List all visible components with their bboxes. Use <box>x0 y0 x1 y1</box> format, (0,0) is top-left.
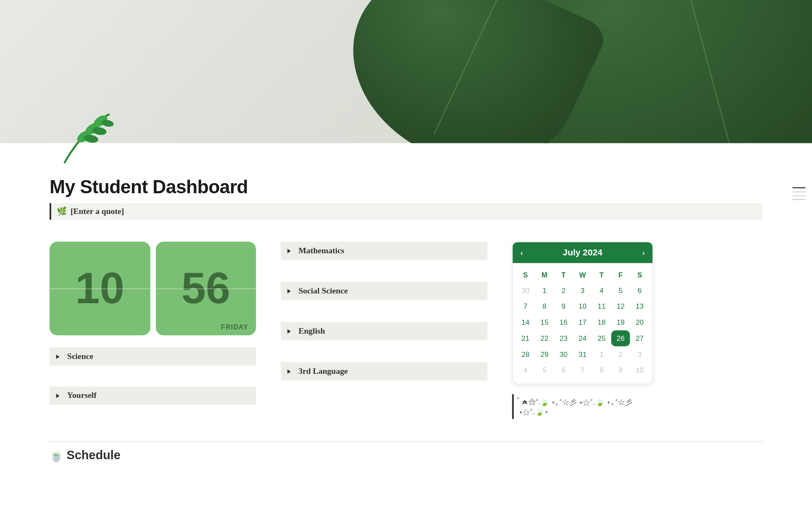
calendar-day[interactable]: 9 <box>554 299 573 315</box>
calendar-day[interactable]: 3 <box>630 346 649 362</box>
calendar-day[interactable]: 10 <box>573 299 592 315</box>
toggle-science[interactable]: Science <box>49 348 256 366</box>
calendar-dow: T <box>554 268 573 282</box>
calendar-day[interactable]: 30 <box>554 346 573 362</box>
calendar-day[interactable]: 23 <box>554 330 573 346</box>
calendar-day[interactable]: 13 <box>630 299 649 315</box>
toggle-3rd-language[interactable]: 3rd Language <box>281 362 487 381</box>
toggle-label: Science <box>67 352 93 361</box>
page-icon[interactable] <box>58 110 116 165</box>
calendar-day[interactable]: 27 <box>630 330 649 346</box>
triangle-icon <box>288 249 291 253</box>
calendar-day[interactable]: 6 <box>554 362 573 378</box>
calendar-day[interactable]: 4 <box>516 362 535 378</box>
calendar-day[interactable]: 29 <box>535 346 554 362</box>
triangle-icon <box>288 289 291 293</box>
divider <box>49 441 763 441</box>
calendar-day[interactable]: 12 <box>611 299 630 315</box>
calendar-day[interactable]: 11 <box>592 299 611 315</box>
toggle-english[interactable]: English <box>281 322 487 340</box>
schedule-heading[interactable]: 🍵 Schedule <box>49 448 763 463</box>
toggle-label: Mathematics <box>299 246 344 255</box>
calendar-day[interactable]: 28 <box>516 346 535 362</box>
calendar-day[interactable]: 24 <box>573 330 592 346</box>
calendar-day[interactable]: 15 <box>535 314 554 330</box>
calendar-day[interactable]: 1 <box>592 346 611 362</box>
calendar-dow: T <box>592 268 611 282</box>
toggle-label: English <box>299 326 325 336</box>
calendar-day[interactable]: 26 <box>611 330 630 346</box>
calendar-day[interactable]: 30 <box>516 282 535 299</box>
calendar-day[interactable]: 4 <box>592 282 611 299</box>
calendar-day[interactable]: 7 <box>516 299 535 315</box>
calendar-dow: S <box>630 268 649 282</box>
calendar-day[interactable]: 5 <box>535 362 554 378</box>
clock-day: FRIDAY <box>221 323 249 331</box>
triangle-icon <box>56 354 60 359</box>
clock-minute-card: 56 FRIDAY <box>156 242 256 335</box>
calendar-prev-button[interactable]: ‹ <box>520 248 523 257</box>
calendar-day[interactable]: 10 <box>630 362 649 378</box>
calendar-day[interactable]: 31 <box>573 346 592 362</box>
calendar-day[interactable]: 20 <box>630 314 649 330</box>
triangle-icon <box>56 393 60 397</box>
calendar-day[interactable]: 6 <box>630 282 649 299</box>
toggle-mathematics[interactable]: Mathematics <box>281 242 487 260</box>
calendar-day[interactable]: 19 <box>611 314 630 330</box>
calendar-day[interactable]: 21 <box>516 330 535 346</box>
floating-outline-button[interactable] <box>793 187 806 200</box>
calendar-day[interactable]: 16 <box>554 314 573 330</box>
calendar-day[interactable]: 8 <box>592 362 611 378</box>
calendar-next-button[interactable]: › <box>642 248 645 257</box>
calendar-dow: S <box>516 268 535 282</box>
calendar-dow: M <box>535 268 554 282</box>
calendar-widget: ‹ July 2024 › SMTWTFS3012345678910111213… <box>512 242 653 384</box>
clock-hour: 10 <box>75 266 124 310</box>
calendar-day[interactable]: 2 <box>554 282 573 299</box>
calendar-day[interactable]: 18 <box>592 314 611 330</box>
triangle-icon <box>288 369 291 373</box>
calendar-day[interactable]: 9 <box>611 362 630 378</box>
clock-minute: 56 <box>181 266 230 310</box>
calendar-day[interactable]: 3 <box>573 282 592 299</box>
schedule-title: Schedule <box>67 448 121 463</box>
toggle-yourself[interactable]: Yourself <box>49 386 256 405</box>
calendar-day[interactable]: 2 <box>611 346 630 362</box>
decoration-strip: ๋࣭ ⭑⚝˚.🍃 ⋆｡˚☆彡 ⭑⚝˚.🍃 ⋆｡˚☆彡 ⭑⚝˚.🍃⋆ <box>512 394 656 419</box>
leaf-icon: 🌿 <box>57 206 67 216</box>
toggle-social-science[interactable]: Social Science <box>281 282 487 300</box>
cover-image <box>0 0 812 143</box>
toggle-label: Social Science <box>299 286 348 296</box>
calendar-day[interactable]: 8 <box>535 299 554 315</box>
quote-block[interactable]: 🌿 [Enter a quote] <box>49 203 763 219</box>
calendar-day[interactable]: 7 <box>573 362 592 378</box>
tea-icon: 🍵 <box>49 449 63 462</box>
calendar-day[interactable]: 14 <box>516 314 535 330</box>
page-title[interactable]: My Student Dashboard <box>49 176 763 198</box>
toggle-label: 3rd Language <box>299 367 348 376</box>
calendar-day[interactable]: 5 <box>611 282 630 299</box>
calendar-day[interactable]: 22 <box>535 330 554 346</box>
calendar-title: July 2024 <box>563 248 603 258</box>
calendar-day[interactable]: 25 <box>592 330 611 346</box>
calendar-day[interactable]: 17 <box>573 314 592 330</box>
triangle-icon <box>288 329 291 333</box>
clock-widget: 10 56 FRIDAY <box>49 242 256 335</box>
clock-hour-card: 10 <box>49 242 150 335</box>
toggle-label: Yourself <box>67 391 96 400</box>
calendar-day[interactable]: 1 <box>535 282 554 299</box>
calendar-dow: F <box>611 268 630 282</box>
quote-text: [Enter a quote] <box>71 207 124 216</box>
calendar-dow: W <box>573 268 592 282</box>
